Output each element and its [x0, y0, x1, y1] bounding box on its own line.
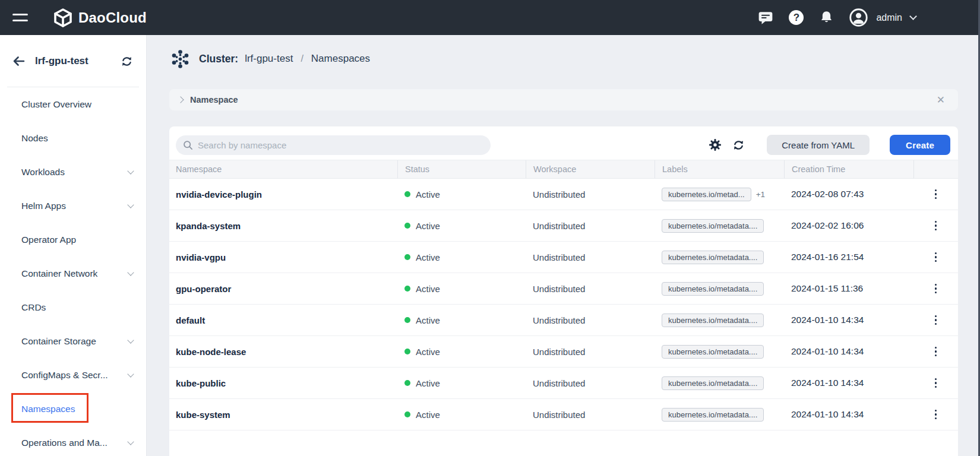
creation-time: 2024-01-10 14:34	[784, 305, 913, 335]
label-chip[interactable]: kubernetes.io/metadata....	[662, 219, 764, 233]
status-dot-icon	[404, 191, 410, 197]
labels-cell: kubernetes.io/metadata....	[655, 368, 784, 398]
status-text: Active	[416, 347, 440, 357]
status-dot-icon	[404, 223, 410, 229]
chevron-down-icon	[909, 12, 917, 20]
status-dot-icon	[404, 411, 410, 417]
creation-time: 2024-01-16 21:54	[784, 242, 913, 273]
label-chip[interactable]: kubernetes.io/metadata....	[662, 251, 764, 264]
actions-cell	[913, 336, 958, 367]
status-cell: Active	[397, 242, 526, 273]
breadcrumb-separator: /	[301, 53, 303, 64]
switch-cluster-icon[interactable]	[121, 55, 133, 68]
namespace-name[interactable]: nvidia-vgpu	[169, 242, 397, 273]
status-dot-icon	[404, 254, 410, 260]
help-icon[interactable]: ?	[789, 10, 804, 25]
bell-icon[interactable]	[819, 10, 834, 25]
workspace-value: Undistributed	[526, 242, 655, 273]
actions-cell	[913, 273, 958, 304]
hamburger-menu-icon[interactable]	[12, 14, 28, 21]
table-header: Namespace Status Workspace Labels Creati…	[169, 160, 958, 179]
status-text: Active	[416, 189, 440, 200]
namespace-name[interactable]: kube-public	[169, 368, 397, 398]
sidebar-item-label: Nodes	[21, 133, 48, 144]
avatar-icon	[849, 8, 868, 27]
user-menu[interactable]: admin	[849, 8, 916, 27]
sidebar-item-container-storage[interactable]: Container Storage	[0, 324, 146, 358]
status-dot-icon	[404, 349, 410, 354]
sidebar-item-namespaces[interactable]: Namespaces	[0, 392, 146, 426]
status-cell: Active	[397, 399, 526, 430]
status-text: Active	[416, 315, 440, 325]
kebab-menu-icon[interactable]	[932, 218, 940, 233]
namespace-name[interactable]: kube-node-lease	[169, 336, 397, 367]
label-chip[interactable]: kubernetes.io/metadata....	[662, 376, 764, 390]
table-body: nvidia-device-plugin Active Undistribute…	[169, 179, 958, 430]
table-row: nvidia-vgpu Active Undistributed kuberne…	[169, 242, 958, 273]
search-input[interactable]	[198, 140, 483, 150]
label-extra-count[interactable]: +1	[756, 190, 765, 199]
table-row: kube-public Active Undistributed kuberne…	[169, 368, 958, 399]
settings-gear-icon[interactable]	[709, 139, 721, 151]
kebab-menu-icon[interactable]	[932, 281, 940, 296]
label-chip[interactable]: kubernetes.io/metadata....	[662, 314, 764, 327]
search-box[interactable]	[176, 135, 491, 155]
status-text: Active	[416, 378, 440, 388]
label-chip[interactable]: kubernetes.io/metadata....	[662, 282, 764, 296]
labels-cell: kubernetes.io/metadata....	[655, 210, 784, 241]
sidebar-item-configmaps-secr[interactable]: ConfigMaps & Secr...	[0, 358, 146, 392]
sidebar-item-operator-app[interactable]: Operator App	[0, 223, 146, 256]
label-chip[interactable]: kubernetes.io/metad...	[662, 188, 751, 201]
create-from-yaml-button[interactable]: Create from YAML	[767, 135, 870, 155]
namespace-name[interactable]: kpanda-system	[169, 210, 397, 241]
table-row: default Active Undistributed kubernetes.…	[169, 305, 958, 336]
sidebar-item-nodes[interactable]: Nodes	[0, 121, 146, 155]
workspace-value: Undistributed	[526, 273, 655, 304]
kebab-menu-icon[interactable]	[932, 250, 940, 265]
breadcrumb-cluster[interactable]: lrf-gpu-test	[245, 53, 293, 65]
back-arrow-icon[interactable]	[12, 55, 26, 68]
kebab-menu-icon[interactable]	[932, 187, 940, 202]
kebab-menu-icon[interactable]	[932, 313, 940, 328]
namespace-name[interactable]: nvidia-device-plugin	[169, 179, 397, 210]
create-button[interactable]: Create	[890, 135, 950, 155]
refresh-icon[interactable]	[732, 139, 745, 151]
label-chip[interactable]: kubernetes.io/metadata....	[662, 345, 764, 359]
breadcrumb-current: Namespaces	[311, 53, 370, 65]
daocloud-logo-icon	[53, 8, 73, 28]
sidebar-item-operations-and-ma[interactable]: Operations and Ma...	[0, 426, 146, 456]
collapse-bar-title: Namespace	[190, 95, 238, 104]
sidebar-item-label: Container Network	[21, 268, 97, 279]
creation-time: 2024-01-10 14:34	[784, 336, 913, 367]
status-cell: Active	[397, 179, 526, 210]
kebab-menu-icon[interactable]	[932, 407, 940, 422]
chat-icon[interactable]	[758, 11, 773, 25]
kebab-menu-icon[interactable]	[932, 376, 940, 391]
workspace-value: Undistributed	[526, 368, 655, 398]
close-icon[interactable]: ✕	[937, 95, 945, 105]
sidebar-item-cluster-overview[interactable]: Cluster Overview	[0, 87, 146, 121]
label-chip[interactable]: kubernetes.io/metadata....	[662, 408, 764, 422]
sidebar-item-helm-apps[interactable]: Helm Apps	[0, 189, 146, 223]
labels-cell: kubernetes.io/metadata....	[655, 242, 784, 273]
breadcrumb-prefix: Cluster:	[199, 53, 238, 65]
sidebar-item-crds[interactable]: CRDs	[0, 290, 146, 324]
status-text: Active	[416, 252, 440, 262]
sidebar-item-container-network[interactable]: Container Network	[0, 256, 146, 290]
column-header-namespace: Namespace	[169, 160, 397, 178]
namespace-name[interactable]: default	[169, 305, 397, 335]
actions-cell	[913, 210, 958, 241]
sidebar-item-label: Namespaces	[21, 404, 75, 414]
column-header-status: Status	[397, 160, 526, 178]
kebab-menu-icon[interactable]	[932, 344, 940, 359]
namespace-collapse-bar[interactable]: Namespace ✕	[169, 89, 958, 110]
sidebar-item-workloads[interactable]: Workloads	[0, 155, 146, 189]
sidebar-item-label: Operator App	[21, 235, 76, 245]
namespace-name[interactable]: kube-system	[169, 399, 397, 430]
cluster-dots-icon	[169, 48, 191, 70]
workspace-value: Undistributed	[526, 305, 655, 335]
username: admin	[876, 12, 902, 23]
sidebar-nav: Cluster Overview Nodes Workloads Helm Ap…	[0, 87, 146, 456]
namespace-name[interactable]: gpu-operator	[169, 273, 397, 304]
creation-time: 2024-01-15 11:36	[784, 273, 913, 304]
